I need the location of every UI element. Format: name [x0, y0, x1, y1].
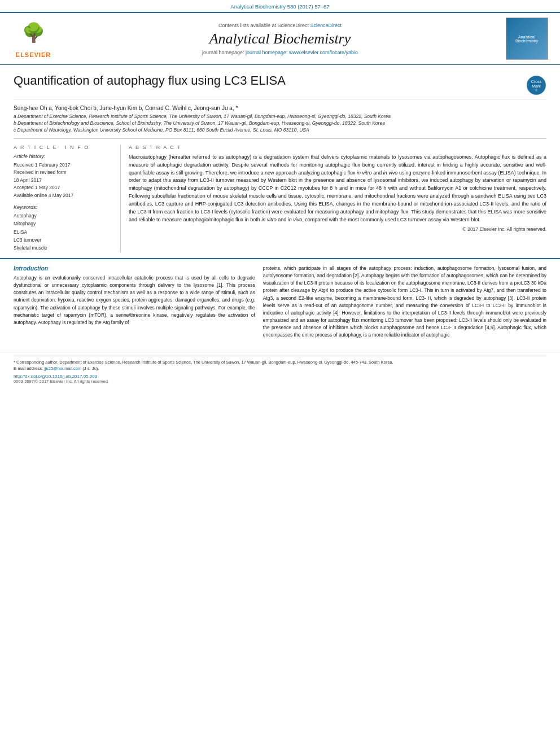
keyword-5: Skeletal muscle — [14, 244, 113, 252]
issn-text: 0003-2697/© 2017 Elsevier Inc. All right… — [14, 379, 109, 384]
keyword-2: Mitophagy — [14, 220, 113, 228]
email-footnote: E-mail address: jju25@houmail.com (J-s. … — [14, 365, 546, 372]
received-revised-label: Received in revised form — [14, 169, 113, 177]
issn-line: 0003-2697/© 2017 Elsevier Inc. All right… — [14, 379, 546, 384]
article-history-label: Article history: — [14, 154, 113, 159]
homepage-label: journal homepage: — [202, 50, 246, 55]
received-revised-date: 18 April 2017 — [14, 177, 113, 185]
authors-text: Sung-hee Oh a, Yong-bok Choi b, June-hyu… — [14, 105, 238, 111]
authors-line: Sung-hee Oh a, Yong-bok Choi b, June-hyu… — [14, 105, 546, 111]
accepted-date: Accepted 1 May 2017 — [14, 184, 113, 192]
email-suffix: (J-s. Ju). — [82, 366, 99, 371]
elsevier-brand-text: ELSEVIER — [16, 51, 51, 58]
intro-heading: Introduction — [14, 265, 255, 272]
available-date: Available online 4 May 2017 — [14, 192, 113, 200]
homepage-link[interactable]: journal homepage: www.elsevier.com/locat… — [246, 50, 358, 55]
journal-title-area: Contents lists available at ScienceDirec… — [64, 23, 496, 55]
citation-bar: Analytical Biochemistry 530 (2017) 57–67 — [0, 0, 560, 12]
keyword-4: LC3 turnover — [14, 236, 113, 244]
elsevier-logo-area: 🌳 ELSEVIER — [8, 19, 59, 58]
svg-text:Cross: Cross — [531, 80, 542, 84]
keyword-1: Autophagy — [14, 212, 113, 220]
body-content: Introduction Autophagy is an evolutionar… — [0, 265, 560, 347]
sciencedirect-line: Contents lists available at ScienceDirec… — [64, 23, 496, 28]
journal-cover-area: AnalyticalBiochemistry — [501, 18, 552, 60]
article-info-abstract: A R T I C L E I N F O Article history: R… — [14, 138, 546, 252]
abstract-heading: A B S T R A C T — [129, 145, 546, 150]
keyword-3: ELISA — [14, 228, 113, 236]
abstract-text: Macroautophagy (hereafter referred to as… — [129, 154, 546, 224]
journal-title: Analytical Biochemistry — [64, 30, 496, 47]
elsevier-logo: 🌳 ELSEVIER — [16, 19, 51, 58]
email-label: E-mail address: — [14, 366, 43, 371]
doi-line[interactable]: http://dx.doi.org/10.1016/j.ab.2017.05.0… — [14, 374, 546, 379]
intro-paragraph-2: proteins, which participate in all stage… — [263, 265, 546, 339]
journal-cover-image: AnalyticalBiochemistry — [506, 18, 548, 60]
section-divider — [0, 258, 560, 259]
article-info-col: A R T I C L E I N F O Article history: R… — [14, 145, 121, 252]
email-link[interactable]: jju25@houmail.com — [44, 366, 81, 371]
svg-text:🌳: 🌳 — [22, 21, 46, 44]
keywords-label: Keywords: — [14, 204, 113, 210]
article-info-heading: A R T I C L E I N F O — [14, 145, 113, 150]
body-left-col: Introduction Autophagy is an evolutionar… — [14, 265, 255, 339]
keywords-list: Autophagy Mitophagy ELISA LC3 turnover S… — [14, 212, 113, 252]
corresponding-author-footnote: * Corresponding author. Department of Ex… — [14, 359, 546, 365]
svg-text:Mark: Mark — [532, 84, 541, 88]
footnotes: * Corresponding author. Department of Ex… — [0, 352, 560, 385]
journal-header: 🌳 ELSEVIER Contents lists available at S… — [0, 12, 560, 65]
intro-paragraph-1: Autophagy is an evolutionarily conserved… — [14, 274, 255, 326]
journal-homepage: journal homepage: journal homepage: www.… — [64, 50, 496, 55]
svg-text:®: ® — [535, 89, 537, 92]
abstract-col: A B S T R A C T Macroautophagy (hereafte… — [129, 145, 546, 252]
body-right-col: proteins, which participate in all stage… — [263, 265, 546, 339]
doi-text: http://dx.doi.org/10.1016/j.ab.2017.05.0… — [14, 374, 97, 379]
journal-citation: Analytical Biochemistry 530 (2017) 57–67 — [230, 3, 329, 10]
article-title: Quantification of autophagy flux using L… — [14, 73, 520, 89]
affiliation-b: b Department of Biotechnology and Biosci… — [14, 120, 546, 127]
crossmark-icon[interactable]: Cross Mark ® — [526, 75, 546, 95]
article-content: Quantification of autophagy flux using L… — [0, 65, 560, 252]
footnote-divider — [14, 356, 546, 356]
article-dates: Received 1 February 2017 Received in rev… — [14, 161, 113, 200]
corresponding-author-text: * Corresponding author. Department of Ex… — [14, 360, 393, 365]
affiliation-a: a Department of Exercise Science, Resear… — [14, 113, 546, 120]
affiliations: a Department of Exercise Science, Resear… — [14, 113, 546, 134]
elsevier-tree-icon: 🌳 — [18, 19, 49, 50]
affiliation-c: c Department of Neurology, Washington Un… — [14, 127, 546, 134]
sciencedirect-link[interactable]: ScienceDirect — [310, 23, 342, 28]
article-title-section: Quantification of autophagy flux using L… — [14, 73, 546, 99]
copyright-text: © 2017 Elsevier Inc. All rights reserved… — [129, 226, 546, 232]
received-date: Received 1 February 2017 — [14, 161, 113, 169]
